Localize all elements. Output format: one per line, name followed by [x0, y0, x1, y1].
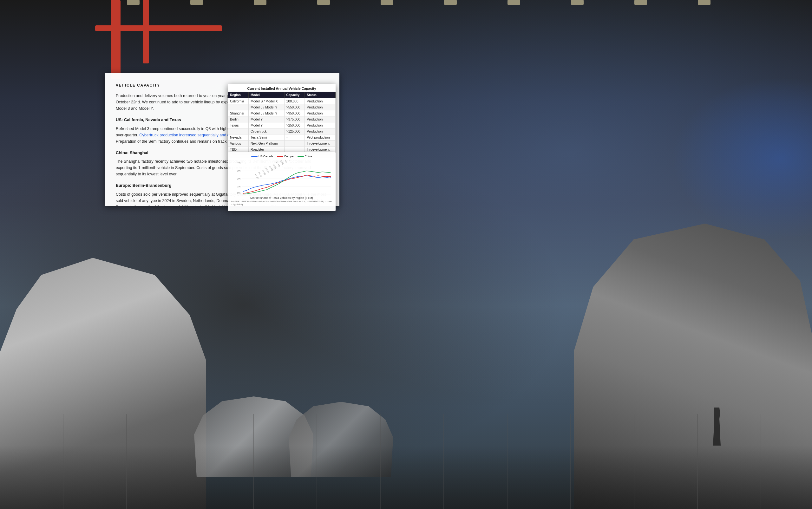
- chart-title: Market share of Tesla vehicles by region…: [231, 196, 332, 200]
- legend-label-us: US/Canada: [259, 155, 273, 158]
- table-panel: Current Installed Annual Vehicle Capacit…: [228, 84, 336, 152]
- table-row: CaliforniaModel S / Model X100,000Produc…: [228, 98, 336, 104]
- chart-legend: US/Canada Europe China: [231, 155, 332, 158]
- legend-label-europe: Europe: [284, 155, 294, 158]
- legend-europe: Europe: [277, 155, 294, 158]
- table-row: Cybertruck>125,000Production: [228, 129, 336, 134]
- table-cell-4-1: Model Y: [248, 123, 284, 129]
- svg-text:0%: 0%: [237, 192, 240, 194]
- table-cell-2-3: Production: [305, 110, 336, 116]
- svg-text:Q2 '21: Q2 '21: [272, 163, 277, 169]
- table-title: Current Installed Annual Vehicle Capacit…: [228, 84, 336, 92]
- table-cell-1-0: [228, 104, 249, 110]
- legend-china: China: [298, 155, 312, 158]
- table-cell-8-0: TBD: [228, 146, 249, 152]
- ceiling-light-1: [127, 0, 140, 5]
- capacity-table: Region Model Capacity Status CaliforniaM…: [228, 92, 336, 152]
- table-cell-2-1: Model 3 / Model Y: [248, 110, 284, 116]
- table-cell-0-3: Production: [305, 98, 336, 104]
- col-header-model: Model: [248, 92, 284, 98]
- table-cell-7-0: Various: [228, 140, 249, 146]
- ceiling-light-9: [634, 0, 647, 5]
- table-cell-6-2: –: [284, 134, 305, 140]
- ceiling-light-6: [444, 0, 457, 5]
- table-cell-8-3: In development: [305, 146, 336, 152]
- col-header-status: Status: [305, 92, 336, 98]
- ceiling-light-7: [508, 0, 520, 5]
- table-row: VariousNext Gen Platform–In development: [228, 140, 336, 146]
- table-row: Model 3 / Model Y>550,000Production: [228, 104, 336, 110]
- ceiling-light-3: [254, 0, 266, 5]
- table-cell-0-2: 100,000: [284, 98, 305, 104]
- ceiling-light-2: [190, 0, 203, 5]
- svg-text:Q2 '19: Q2 '19: [258, 172, 262, 178]
- table-cell-7-1: Next Gen Platform: [248, 140, 284, 146]
- red-pipe-vertical-1: [111, 0, 121, 79]
- table-cell-1-2: >550,000: [284, 104, 305, 110]
- table-cell-6-1: Tesla Semi: [248, 134, 284, 140]
- table-cell-8-1: Roadster: [248, 146, 284, 152]
- svg-text:Q4 '22: Q4 '22: [283, 160, 287, 163]
- table-cell-0-1: Model S / Model X: [248, 98, 284, 104]
- ceiling-light-10: [698, 0, 710, 5]
- table-row: NevadaTesla Semi–Pilot production: [228, 134, 336, 140]
- col-header-region: Region: [228, 92, 249, 98]
- table-row: BerlinModel Y>375,000Production: [228, 116, 336, 123]
- chart-svg: 4% 3% 2% 1% 0% Q4 '18 Q2 '19 Q4 '19 Q2 '…: [231, 160, 332, 195]
- col-header-capacity: Capacity: [284, 92, 305, 98]
- table-cell-5-0: [228, 129, 249, 134]
- svg-text:Q4 '19: Q4 '19: [261, 169, 266, 175]
- table-cell-4-3: Production: [305, 123, 336, 129]
- table-cell-6-0: Nevada: [228, 134, 249, 140]
- svg-text:Q2 '20: Q2 '20: [265, 167, 270, 173]
- svg-text:2%: 2%: [237, 178, 240, 180]
- svg-text:Q4 '21: Q4 '21: [276, 161, 280, 167]
- table-cell-5-2: >125,000: [284, 129, 305, 134]
- table-cell-1-1: Model 3 / Model Y: [248, 104, 284, 110]
- table-cell-4-2: >250,000: [284, 123, 305, 129]
- table-row: TexasModel Y>250,000Production: [228, 123, 336, 129]
- table-cell-5-3: Production: [305, 129, 336, 134]
- chart-panel: US/Canada Europe China 4% 3% 2% 1% 0%: [228, 152, 336, 211]
- table-cell-5-1: Cybertruck: [248, 129, 284, 134]
- table-cell-1-3: Production: [305, 104, 336, 110]
- table-cell-0-0: California: [228, 98, 249, 104]
- table-cell-6-3: Pilot production: [305, 134, 336, 140]
- chart-area: 4% 3% 2% 1% 0% Q4 '18 Q2 '19 Q4 '19 Q2 '…: [231, 160, 332, 195]
- ceiling-light-8: [571, 0, 584, 5]
- table-cell-8-2: –: [284, 146, 305, 152]
- svg-text:3%: 3%: [237, 170, 240, 172]
- table-cell-3-0: Berlin: [228, 116, 249, 123]
- legend-dot-us: [251, 156, 258, 157]
- table-cell-3-3: Production: [305, 116, 336, 123]
- legend-dot-china: [298, 156, 304, 157]
- table-cell-2-0: Shanghai: [228, 110, 249, 116]
- table-cell-2-2: >950,000: [284, 110, 305, 116]
- chart-source: Source: Tesla estimates based on latest …: [231, 200, 332, 206]
- table-row: ShanghaiModel 3 / Model Y>950,000Product…: [228, 110, 336, 116]
- svg-text:Q4 '20: Q4 '20: [269, 165, 273, 171]
- legend-label-china: China: [305, 155, 312, 158]
- svg-text:4%: 4%: [237, 162, 240, 164]
- table-cell-3-1: Model Y: [248, 116, 284, 123]
- table-cell-7-3: In development: [305, 140, 336, 146]
- ceiling-light-4: [317, 0, 330, 5]
- legend-us-canada: US/Canada: [251, 155, 273, 158]
- table-row: TBDRoadster–In development: [228, 146, 336, 152]
- floor-lines: [0, 414, 812, 509]
- red-pipe-vertical-2: [143, 0, 149, 63]
- legend-dot-europe: [277, 156, 283, 157]
- table-cell-7-2: –: [284, 140, 305, 146]
- svg-text:1%: 1%: [237, 185, 240, 188]
- ceiling-light-5: [381, 0, 393, 5]
- table-cell-4-0: Texas: [228, 123, 249, 129]
- svg-text:Q2 '22: Q2 '22: [279, 160, 284, 165]
- red-pipe-horizontal: [95, 25, 222, 31]
- svg-text:Q4 '18: Q4 '18: [255, 173, 259, 179]
- table-cell-3-2: >375,000: [284, 116, 305, 123]
- svg-text:Q2 '23: Q2 '23: [286, 160, 291, 161]
